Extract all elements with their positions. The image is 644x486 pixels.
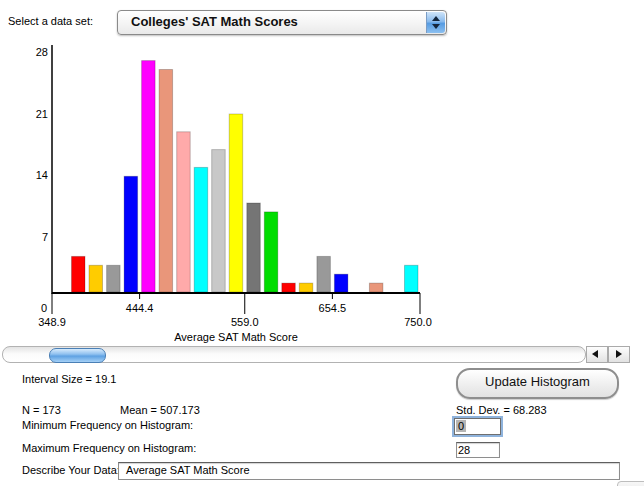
update-histogram-button[interactable]: Update Histogram: [456, 368, 619, 399]
histogram-bar: [89, 265, 103, 292]
y-axis-origin-label: 0: [41, 302, 47, 314]
histogram-bar: [159, 70, 173, 293]
scroll-left-button[interactable]: [586, 346, 608, 363]
max-frequency-input[interactable]: 28: [456, 442, 500, 458]
scroll-right-button[interactable]: [608, 346, 630, 363]
histogram-bar: [405, 265, 419, 292]
describe-data-input[interactable]: Average SAT Math Score: [118, 462, 620, 480]
histogram-bar: [317, 256, 331, 292]
histogram-bar: [212, 150, 226, 292]
histogram-bar: [282, 283, 296, 292]
x-axis-tick-label: 348.9: [38, 316, 66, 328]
histogram-bar: [142, 61, 156, 292]
min-frequency-label: Minimum Frequency on Histogram:: [22, 419, 193, 432]
y-axis-tick-label: 7: [42, 231, 48, 243]
histogram-bar: [334, 274, 348, 292]
histogram-bar: [369, 283, 383, 292]
scroll-left-icon: [592, 350, 598, 358]
n-label: N = 173: [22, 404, 61, 417]
histogram-bar: [194, 167, 208, 292]
interval-size-label: Interval Size = 19.1: [22, 373, 116, 386]
histogram-chart: 71421280348.9444.4559.0654.5750.0Average…: [0, 0, 644, 345]
std-dev-label: Std. Dev. = 68.283: [456, 404, 547, 417]
cutoff-button[interactable]: [617, 481, 644, 486]
y-axis-tick-label: 14: [36, 169, 48, 181]
describe-data-label: Describe Your Data:: [22, 464, 120, 477]
max-frequency-value: 28: [458, 444, 470, 456]
x-axis-tick-label: 654.5: [319, 302, 347, 314]
min-frequency-value: 0: [456, 420, 466, 432]
scrollbar-thumb[interactable]: [49, 348, 106, 363]
interval-scrollbar[interactable]: [2, 346, 629, 363]
mean-label: Mean = 507.173: [120, 404, 200, 417]
scroll-right-icon: [616, 350, 622, 358]
histogram-bar: [177, 132, 191, 292]
x-axis-tick-label: 750.0: [404, 316, 432, 328]
max-frequency-label: Maximum Frequency on Histogram:: [22, 442, 196, 455]
histogram-bar: [299, 283, 313, 292]
histogram-applet: Select a data set: Colleges' SAT Math Sc…: [0, 0, 644, 486]
y-axis-tick-label: 21: [36, 108, 48, 120]
histogram-bar: [229, 114, 243, 292]
x-axis-tick-label: 559.0: [231, 316, 259, 328]
histogram-bar: [264, 212, 278, 292]
histogram-bar: [247, 203, 260, 292]
y-axis-tick-label: 28: [36, 46, 48, 58]
x-axis-title: Average SAT Math Score: [174, 331, 298, 343]
histogram-bar: [124, 176, 138, 292]
histogram-bar: [72, 256, 86, 292]
histogram-bar: [107, 265, 121, 292]
x-axis-tick-label: 444.4: [126, 302, 154, 314]
min-frequency-input[interactable]: 0: [454, 418, 501, 435]
describe-data-value: Average SAT Math Score: [126, 464, 250, 476]
scrollbar-track[interactable]: [2, 346, 586, 363]
